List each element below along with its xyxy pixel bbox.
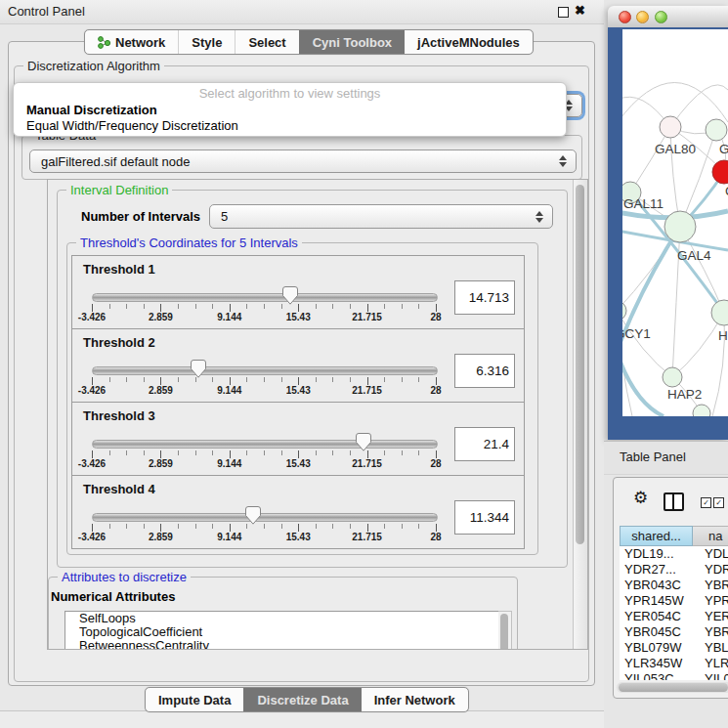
network-node[interactable] (663, 367, 682, 387)
table-panel-title: Table Panel (620, 450, 686, 464)
control-panel-titlebar: Control Panel ✖ (0, 0, 604, 24)
network-node[interactable] (660, 116, 681, 138)
table-horizontal-scrollbar[interactable] (617, 682, 728, 693)
slider-tick-marks (92, 524, 437, 532)
interval-definition-group: Interval Definition Number of Intervals … (57, 190, 568, 568)
number-of-intervals-combobox[interactable]: 5 (209, 204, 553, 229)
network-edge[interactable] (622, 352, 664, 416)
tab-infer-network[interactable]: Infer Network (362, 688, 468, 711)
table-row[interactable]: YIL053CYIL0 (620, 671, 728, 680)
network-window-frame: GAL80GGAL11CGAL4GCY1HHAP2 (608, 27, 728, 440)
settings-vertical-scrollbar[interactable] (573, 180, 587, 649)
tab-impute-data[interactable]: Impute Data (146, 688, 243, 711)
table-row[interactable]: YBL079WYBL0 (620, 640, 728, 656)
slider-tick-marks (92, 450, 437, 458)
threshold-slider-track[interactable] (92, 440, 438, 449)
tab-jactivemnodules[interactable]: jActiveMNodules (405, 30, 533, 54)
slider-tick-marks (92, 304, 437, 312)
threshold-value-field[interactable]: 11.344 (454, 500, 515, 535)
table-panel-header: Table Panel (604, 441, 728, 475)
numerical-attributes-list[interactable]: SelfLoopsTopologicalCoefficientBetweenne… (64, 611, 500, 650)
split-view-icon[interactable] (664, 492, 684, 511)
network-node-label: G (719, 142, 728, 156)
threshold-value-field[interactable]: 14.713 (454, 280, 515, 315)
tab-select[interactable]: Select (235, 30, 298, 54)
network-view-window: GAL80GGAL11CGAL4GCY1HHAP2 (608, 6, 728, 440)
threshold-slider-track[interactable] (92, 366, 438, 375)
threshold-value-field[interactable]: 21.4 (454, 427, 515, 461)
slider-tick-labels: -3.4262.8599.14415.4321.71528 (92, 312, 437, 323)
network-canvas[interactable]: GAL80GGAL11CGAL4GCY1HHAP2 (622, 29, 728, 416)
tab-style[interactable]: Style (178, 30, 235, 54)
network-node-label: H (718, 328, 728, 343)
network-graph: GAL80GGAL11CGAL4GCY1HHAP2 (622, 29, 728, 416)
thresholds-group-label: Threshold's Coordinates for 5 Intervals (76, 236, 302, 250)
network-icon (98, 35, 110, 49)
gear-icon[interactable]: ⚙ (633, 490, 648, 506)
threshold-slider-thumb[interactable] (356, 433, 371, 451)
algorithm-option-manual[interactable]: Manual Discretization (14, 103, 566, 118)
minimize-traffic-light-icon[interactable] (636, 11, 649, 23)
network-node[interactable] (693, 405, 710, 416)
column-header-name[interactable]: na (693, 526, 728, 546)
network-window-titlebar (608, 6, 728, 28)
attribute-list-item[interactable]: SelfLoops (65, 612, 499, 625)
control-panel-footer (0, 710, 604, 728)
network-node-label: GCY1 (622, 326, 651, 341)
network-node[interactable] (712, 160, 728, 184)
network-node[interactable] (622, 301, 626, 321)
attribute-list-item[interactable]: BetweennessCentrality (65, 639, 499, 650)
network-node[interactable] (711, 300, 728, 325)
control-panel-body: Discretization Algorithm Table Data galF… (8, 41, 595, 686)
table-row[interactable]: YBR045CYBR0 (620, 624, 728, 640)
network-node[interactable] (706, 119, 727, 141)
numerical-attributes-label: Numerical Attributes (51, 589, 175, 604)
threshold-value-field[interactable]: 6.316 (454, 354, 515, 388)
table-data-value: galFiltered.sif default node (30, 154, 559, 169)
attributes-list-scrollbar[interactable] (498, 611, 512, 650)
network-node-label: GAL4 (677, 248, 711, 263)
close-traffic-light-icon[interactable] (619, 11, 631, 23)
threshold-slider-track[interactable] (92, 293, 438, 302)
network-edge[interactable] (630, 127, 670, 193)
table-row[interactable]: YDL19...YDL1 (620, 546, 728, 562)
threshold-panel-2: Threshold 2-3.4262.8599.14415.4321.71528… (71, 328, 525, 403)
float-window-icon[interactable] (558, 7, 569, 18)
algorithm-option-equal-width[interactable]: Equal Width/Frequency Discretization (14, 118, 566, 134)
threshold-label: Threshold 2 (83, 335, 155, 350)
threshold-slider-thumb[interactable] (245, 506, 261, 525)
screenshot-root: Control Panel ✖ Discretization Algorithm… (0, 0, 728, 728)
network-node[interactable] (664, 211, 696, 242)
table-row[interactable]: YPR145WYPR1 (620, 593, 728, 609)
table-data-combobox[interactable]: galFiltered.sif default node (29, 150, 577, 173)
algorithm-dropdown-popup: Select algorithm to view settings Manual… (13, 82, 567, 137)
combo-arrows-icon (559, 155, 567, 167)
settings-scrollpane: Interval Definition Number of Intervals … (47, 179, 588, 650)
number-of-intervals-label: Number of Intervals (81, 209, 200, 224)
algorithm-placeholder-item[interactable]: Select algorithm to view settings (14, 85, 566, 103)
tab-discretize-data[interactable]: Discretize Data (243, 688, 361, 711)
threshold-slider-thumb[interactable] (282, 286, 298, 305)
combo-arrows-icon (535, 211, 543, 223)
threshold-slider-thumb[interactable] (191, 360, 206, 378)
node-attribute-table: shared... na YDL19...YDL1YDR27...YDR2YBR… (620, 526, 728, 680)
checkbox-icon[interactable]: ✓ (713, 497, 724, 508)
table-row[interactable]: YDR27...YDR2 (620, 562, 728, 578)
threshold-slider-track[interactable] (92, 513, 438, 522)
zoom-traffic-light-icon[interactable] (655, 11, 667, 23)
checkbox-icon[interactable]: ✓ (701, 497, 711, 508)
column-header-shared-name[interactable]: shared... (620, 526, 693, 546)
slider-tick-marks (92, 377, 437, 385)
table-panel: ⚙ ✓ ✓ shared... na YDL19...YDL1YDR27...Y… (613, 477, 728, 699)
tab-cyni-toolbox[interactable]: Cyni Toolbox (299, 30, 405, 54)
attribute-list-item[interactable]: TopologicalCoefficient (65, 625, 499, 639)
table-row[interactable]: YLR345WYLR3 (620, 656, 728, 671)
table-row[interactable]: YBR043CYBR0 (620, 578, 728, 593)
network-edge[interactable] (622, 83, 728, 123)
table-row[interactable]: YER054CYER0 (620, 609, 728, 624)
tab-network[interactable]: Network (85, 30, 178, 54)
discretization-algorithm-label: Discretization Algorithm (23, 59, 164, 73)
threshold-panel-3: Threshold 3-3.4262.8599.14415.4321.71528… (71, 402, 525, 476)
close-icon[interactable]: ✖ (575, 3, 585, 18)
threshold-panel-1: Threshold 1-3.4262.8599.14415.4321.71528… (71, 255, 525, 329)
